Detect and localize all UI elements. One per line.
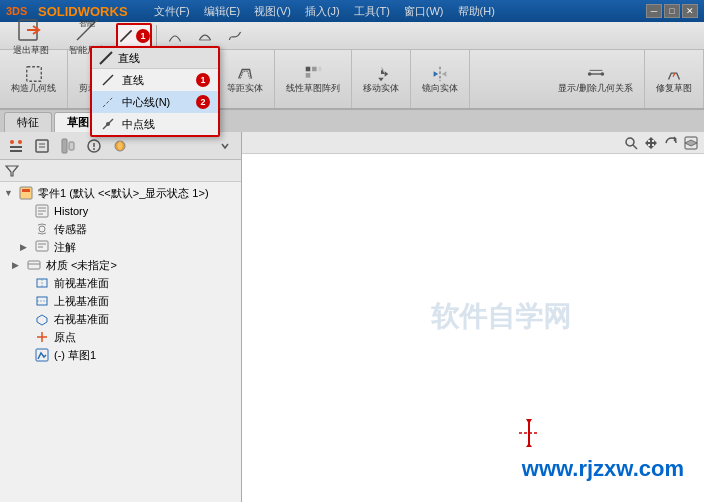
arc-tool-button[interactable] <box>191 24 219 48</box>
centerline-option[interactable]: 中心线(N) 2 <box>92 91 218 113</box>
sensor-label: 传感器 <box>54 222 87 237</box>
midpoint-line-icon <box>100 116 116 132</box>
offset-btn[interactable]: 等距实体 <box>222 61 268 97</box>
config-manager-icon[interactable] <box>56 135 80 157</box>
close-button[interactable]: ✕ <box>682 4 698 18</box>
menu-help[interactable]: 帮助(H) <box>452 3 501 20</box>
material-label: 材质 <未指定> <box>46 258 117 273</box>
history-icon <box>34 203 50 219</box>
mirror-btn[interactable]: 镜向实体 <box>417 61 463 97</box>
repair-sketch-group: 修复草图 <box>645 50 704 108</box>
move-btn[interactable]: 移动实体 <box>358 61 404 97</box>
svg-marker-62 <box>526 419 532 424</box>
repair-sketch-btn[interactable]: 修复草图 <box>651 61 697 97</box>
menu-tools[interactable]: 工具(T) <box>348 3 396 20</box>
filter-icon[interactable] <box>4 163 20 179</box>
svg-point-36 <box>93 148 95 150</box>
show-relations-btn[interactable]: 显示/删除几何关系 <box>553 61 638 97</box>
sketch1-label: (-) 草图1 <box>54 348 96 363</box>
exit-sketch-label: 退出草图 <box>13 46 49 56</box>
menu-file[interactable]: 文件(F) <box>148 3 196 20</box>
feature-tree: ▼ 零件1 (默认 <<默认>_显示状态 1>) ▶ History ▶ <box>0 182 241 502</box>
construct-btn[interactable]: 构造几何线 <box>6 61 61 97</box>
centerline-badge-popup: 2 <box>196 95 210 109</box>
svg-marker-63 <box>526 443 532 447</box>
exit-sketch-button[interactable]: 退出草图 <box>4 11 58 61</box>
zoom-icon[interactable] <box>622 134 640 152</box>
mirror-group: 镜向实体 <box>411 50 470 108</box>
feature-tree-panel: ▼ 零件1 (默认 <<默认>_显示状态 1>) ▶ History ▶ <box>0 132 242 502</box>
spline-tool-button[interactable] <box>221 24 249 48</box>
annotation-icon <box>34 239 50 255</box>
curve-tool-button[interactable] <box>161 24 189 48</box>
svg-rect-12 <box>26 67 41 82</box>
viewport-canvas[interactable]: 软件自学网 www.rjzxw.com <box>242 132 704 502</box>
pan-icon[interactable] <box>642 134 660 152</box>
tree-annotation-item[interactable]: ▶ 注解 <box>0 238 241 256</box>
line-option[interactable]: 直线 1 <box>92 69 218 91</box>
tree-sketch1-item[interactable]: ▶ (-) 草图1 <box>0 346 241 364</box>
line-badge: 1 <box>136 29 150 43</box>
svg-point-58 <box>626 138 634 146</box>
svg-rect-16 <box>305 67 310 72</box>
svg-point-25 <box>10 140 14 144</box>
tree-origin-item[interactable]: ▶ 原点 <box>0 328 241 346</box>
svg-rect-27 <box>10 146 22 148</box>
filter-bar <box>0 160 241 182</box>
svg-rect-38 <box>20 187 32 199</box>
show-relations-group: 显示/删除几何关系 <box>547 50 645 108</box>
tree-root-item[interactable]: ▼ 零件1 (默认 <<默认>_显示状态 1>) <box>0 184 241 202</box>
rotate-icon[interactable] <box>662 134 680 152</box>
midpoint-line-option[interactable]: 中点线 <box>92 113 218 135</box>
top-plane-label: 上视基准面 <box>54 294 109 309</box>
svg-text:智能: 智能 <box>79 19 95 28</box>
svg-line-7 <box>100 52 112 64</box>
ribbon-spacer <box>470 50 548 108</box>
part-icon <box>18 185 34 201</box>
line-tool-button[interactable]: 1 <box>116 23 152 49</box>
svg-rect-18 <box>318 67 321 72</box>
maximize-button[interactable]: □ <box>664 4 680 18</box>
right-plane-label: 右视基准面 <box>54 312 109 327</box>
minimize-button[interactable]: ─ <box>646 4 662 18</box>
menu-insert[interactable]: 插入(J) <box>299 3 346 20</box>
view-orient-icon[interactable] <box>682 134 700 152</box>
tree-root-label: 零件1 (默认 <<默认>_显示状态 1>) <box>38 186 209 201</box>
svg-rect-29 <box>36 140 48 152</box>
history-label: History <box>54 205 88 217</box>
svg-line-5 <box>120 30 131 41</box>
tree-right-plane-item[interactable]: ▶ 右视基准面 <box>0 310 241 328</box>
main-area: ▼ 零件1 (默认 <<默认>_显示状态 1>) ▶ History ▶ <box>0 132 704 502</box>
feature-manager-icon[interactable] <box>4 135 28 157</box>
line-dropdown-menu: 直线 直线 1 中心线(N) 2 中点线 <box>90 46 220 137</box>
popup-header: 直线 <box>92 48 218 69</box>
canvas-toolbar <box>242 132 704 154</box>
front-plane-icon <box>34 275 50 291</box>
tree-material-item[interactable]: ▶ 材质 <未指定> <box>0 256 241 274</box>
svg-line-59 <box>633 145 637 149</box>
tab-feature[interactable]: 特征 <box>4 112 52 132</box>
linear-array-btn[interactable]: 线性草图阵列 <box>281 61 345 97</box>
svg-line-9 <box>103 97 113 107</box>
tree-top-plane-item[interactable]: ▶ 上视基准面 <box>0 292 241 310</box>
dim-expert-icon[interactable] <box>82 135 106 157</box>
svg-point-44 <box>39 226 45 232</box>
tree-sensor-item[interactable]: ▶ 传感器 <box>0 220 241 238</box>
menu-view[interactable]: 视图(V) <box>248 3 297 20</box>
line-badge-popup: 1 <box>196 73 210 87</box>
svg-rect-39 <box>22 189 30 192</box>
menu-window[interactable]: 窗口(W) <box>398 3 450 20</box>
sensor-icon <box>34 221 50 237</box>
tree-front-plane-item[interactable]: ▶ 前视基准面 <box>0 274 241 292</box>
svg-rect-45 <box>36 241 48 251</box>
menu-edit[interactable]: 编辑(E) <box>198 3 247 20</box>
origin-label: 原点 <box>54 330 76 345</box>
svg-rect-19 <box>305 73 310 78</box>
collapse-panel-btn[interactable] <box>213 135 237 157</box>
appearance-icon[interactable] <box>108 135 132 157</box>
sketch-icon <box>34 347 50 363</box>
centerline-icon <box>100 94 116 110</box>
origin-icon <box>34 329 50 345</box>
property-manager-icon[interactable] <box>30 135 54 157</box>
tree-history-item[interactable]: ▶ History <box>0 202 241 220</box>
